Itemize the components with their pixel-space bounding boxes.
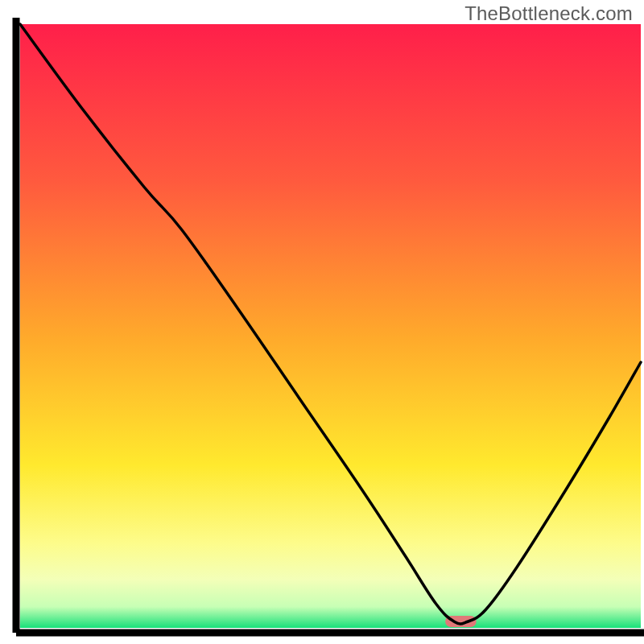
chart-canvas: TheBottleneck.com [0,0,644,644]
gradient-fill [20,24,641,628]
chart-svg [0,0,644,644]
watermark-text: TheBottleneck.com [464,2,633,25]
